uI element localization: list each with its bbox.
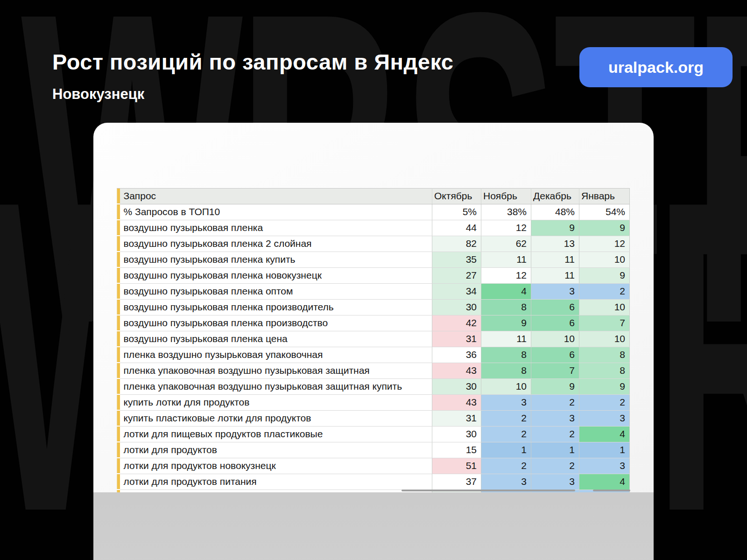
value-cell: 10 <box>579 331 630 347</box>
column-header-january: Январь <box>579 189 630 204</box>
table-row: пленка воздушно пузырьковая упаковочная … <box>117 347 630 363</box>
value-cell: 12 <box>481 267 531 283</box>
table-row: воздушно пузырьковая пленка производител… <box>117 299 630 315</box>
value-cell: 4 <box>481 283 531 299</box>
value-cell: 35 <box>432 252 481 267</box>
value-cell: 62 <box>481 236 531 252</box>
value-cell: 2 <box>579 283 630 299</box>
column-header-query: Запрос <box>120 189 432 204</box>
table-row: лотки для продуктов новокузнецк 51 2 2 3 <box>117 458 630 474</box>
value-cell: 6 <box>531 347 579 363</box>
value-cell: 8 <box>481 299 531 315</box>
page-subtitle: Новокузнецк <box>52 86 144 103</box>
table-row: воздушно пузырьковая пленка купить 35 11… <box>117 252 630 267</box>
value-cell: 42 <box>432 315 481 331</box>
value-cell: 27 <box>432 267 481 283</box>
table-row: купить пластиковые лотки для продуктов 3… <box>117 410 630 426</box>
value-cell: 3 <box>481 394 531 410</box>
query-cell: воздушно пузырьковая пленка 2 слойная <box>120 236 432 252</box>
value-cell: 37 <box>432 474 481 490</box>
value-cell: 15 <box>432 442 481 458</box>
value-cell: 3 <box>531 410 579 426</box>
value-cell: 3 <box>579 410 630 426</box>
value-cell: 4 <box>579 474 630 490</box>
value-cell: 6 <box>531 299 579 315</box>
site-badge[interactable]: uralpack.org <box>579 47 733 87</box>
value-cell: 9 <box>579 267 630 283</box>
value-cell: 11 <box>531 267 579 283</box>
query-cell: купить пластиковые лотки для продуктов <box>120 410 432 426</box>
value-cell: 8 <box>579 363 630 378</box>
value-cell: 4 <box>579 426 630 442</box>
value-cell: 2 <box>531 458 579 474</box>
value-cell: 12 <box>579 236 630 252</box>
screenshot-gray-area <box>93 492 654 560</box>
table-row: воздушно пузырьковая пленка оптом 34 4 3… <box>117 283 630 299</box>
value-cell: 2 <box>481 458 531 474</box>
query-cell: лотки для пищевых продуктов пластиковые <box>120 426 432 442</box>
value-cell: 3 <box>481 474 531 490</box>
value-cell: 34 <box>432 283 481 299</box>
query-cell: лотки для продуктов <box>120 442 432 458</box>
value-cell: 10 <box>579 252 630 267</box>
table-row: лотки для продуктов 15 1 1 1 <box>117 442 630 458</box>
value-cell: 8 <box>481 347 531 363</box>
table-header-row: Запрос Октябрь Ноябрь Декабрь Январь <box>117 189 630 204</box>
value-cell: 3 <box>531 474 579 490</box>
query-cell: воздушно пузырьковая пленка купить <box>120 252 432 267</box>
table-row: лотки для пищевых продуктов пластиковые … <box>117 426 630 442</box>
value-cell: 1 <box>531 442 579 458</box>
value-cell: 1 <box>481 442 531 458</box>
table-row: купить лотки для продуктов 43 3 2 2 <box>117 394 630 410</box>
value-cell: 38% <box>481 204 531 220</box>
value-cell: 11 <box>481 331 531 347</box>
table-row: воздушно пузырьковая пленка производство… <box>117 315 630 331</box>
value-cell: 30 <box>432 378 481 394</box>
column-header-october: Октябрь <box>432 189 481 204</box>
query-cell: % Запросов в ТОП10 <box>120 204 432 220</box>
table-row: воздушно пузырьковая пленка 44 12 9 9 <box>117 220 630 236</box>
positions-table: Запрос Октябрь Ноябрь Декабрь Январь % З… <box>117 188 630 506</box>
table-row: воздушно пузырьковая пленка цена 31 11 1… <box>117 331 630 347</box>
value-cell: 2 <box>531 394 579 410</box>
value-cell: 10 <box>481 378 531 394</box>
query-cell: воздушно пузырьковая пленка цена <box>120 331 432 347</box>
value-cell: 8 <box>481 363 531 378</box>
value-cell: 10 <box>531 331 579 347</box>
table-row: лотки для продуктов питания 37 3 3 4 <box>117 474 630 490</box>
value-cell: 3 <box>531 283 579 299</box>
value-cell: 11 <box>481 252 531 267</box>
value-cell: 1 <box>579 442 630 458</box>
value-cell: 9 <box>531 378 579 394</box>
value-cell: 2 <box>531 426 579 442</box>
value-cell: 11 <box>531 252 579 267</box>
value-cell: 43 <box>432 363 481 378</box>
table-row: воздушно пузырьковая пленка 2 слойная 82… <box>117 236 630 252</box>
value-cell: 43 <box>432 394 481 410</box>
value-cell: 30 <box>432 426 481 442</box>
query-cell: воздушно пузырьковая пленка оптом <box>120 283 432 299</box>
value-cell: 44 <box>432 220 481 236</box>
value-cell: 30 <box>432 299 481 315</box>
value-cell: 10 <box>579 299 630 315</box>
column-header-november: Ноябрь <box>481 189 531 204</box>
value-cell: 51 <box>432 458 481 474</box>
value-cell: 9 <box>531 220 579 236</box>
value-cell: 7 <box>531 363 579 378</box>
screenshot-edge-artifact <box>593 490 630 491</box>
value-cell: 13 <box>531 236 579 252</box>
query-cell: воздушно пузырьковая пленка <box>120 220 432 236</box>
value-cell: 2 <box>481 410 531 426</box>
value-cell: 12 <box>481 220 531 236</box>
value-cell: 82 <box>432 236 481 252</box>
query-cell: пленка упаковочная воздушно пузырьковая … <box>120 363 432 378</box>
value-cell: 9 <box>579 220 630 236</box>
site-badge-label: uralpack.org <box>608 58 704 77</box>
table-row: пленка упаковочная воздушно пузырьковая … <box>117 378 630 394</box>
value-cell: 31 <box>432 410 481 426</box>
value-cell: 54% <box>579 204 630 220</box>
query-cell: воздушно пузырьковая пленка производство <box>120 315 432 331</box>
value-cell: 2 <box>579 394 630 410</box>
query-cell: воздушно пузырьковая пленка новокузнецк <box>120 267 432 283</box>
table-row: воздушно пузырьковая пленка новокузнецк … <box>117 267 630 283</box>
